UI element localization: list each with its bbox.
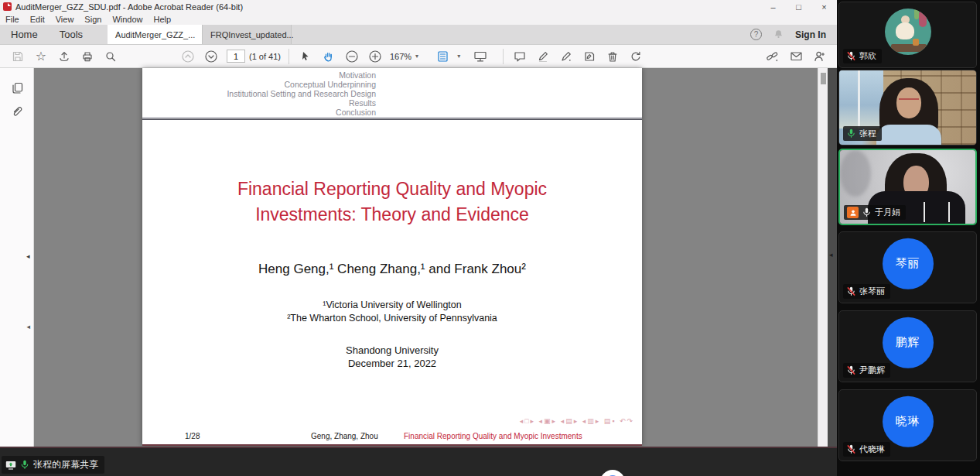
slide-title-line2: Investments: Theory and Evidence [142,202,642,228]
video-background [839,70,883,128]
page-count-label: (1 of 41) [249,52,281,61]
participant-name: 代晓琳 [859,443,885,455]
video-background [858,70,860,128]
acrobat-window: AuditMerger_GZZ_SDU.pdf - Adobe Acrobat … [0,0,837,447]
page-display-icon[interactable] [432,46,455,67]
delete-trash-icon[interactable] [601,46,624,67]
minimize-button[interactable]: – [760,0,786,13]
search-icon[interactable] [99,46,122,67]
share-link-icon[interactable] [761,46,784,67]
previous-page-icon[interactable] [176,46,200,67]
participant-tile[interactable]: 鹏辉 代晓琳 尹鹏辉 [838,310,977,382]
participant-tile[interactable]: 张程 [838,70,977,146]
participant-name: 张琴丽 [859,286,885,297]
bookmark-star-icon[interactable]: ☆ [29,46,53,67]
menu-file[interactable]: File [0,15,25,24]
header-rule [142,117,642,120]
person-silhouette [924,202,925,222]
meeting-screen: AuditMerger_GZZ_SDU.pdf - Adobe Acrobat … [0,0,980,476]
avatar-decor [896,22,914,39]
notification-bell-icon[interactable] [773,29,784,40]
avatar-decor [914,9,919,19]
participant-name: 郭欣 [859,50,876,62]
menu-window[interactable]: Window [107,15,148,24]
email-icon[interactable] [784,46,808,67]
outline-item: Conclusion [142,108,376,117]
slide-title-line1: Financial Reporting Quality and Myopic [142,176,642,202]
menu-help[interactable]: Help [149,15,177,24]
mic-on-icon [20,460,29,470]
tab-document-inactive[interactable]: FRQInvest_updated... [202,25,292,44]
scrollbar-thumb[interactable] [821,73,826,84]
tab-bar: Home Tools AuditMerger_GZZ_... × FRQInve… [0,25,837,45]
tab-tools[interactable]: Tools [49,25,94,44]
menu-view[interactable]: View [50,15,80,24]
rotate-icon[interactable] [624,46,647,67]
participant-tile[interactable]: 郭欣 [838,2,977,68]
attachments-paperclip-icon[interactable] [0,99,34,122]
select-tool-icon[interactable] [294,46,317,67]
tab-document-label: FRQInvest_updated... [210,30,294,39]
sign-in-button[interactable]: Sign In [795,29,826,40]
avatar: 琴丽 [883,238,934,289]
footer-title: Financial Reporting Quality and Myopic I… [404,432,582,440]
close-button[interactable]: × [811,0,837,13]
expand-panel-icon[interactable]: ◂ [829,251,833,259]
tab-document-label: AuditMerger_GZZ_... [115,30,195,39]
hand-tool-icon[interactable] [317,46,340,67]
page-thumbnails-icon[interactable] [0,76,34,99]
participant-tile[interactable]: 晓琳 代晓琳 [838,389,977,461]
slide-affiliations: ¹Victoria University of Wellington ²The … [142,299,642,325]
person-silhouette [876,125,941,145]
title-bar[interactable]: AuditMerger_GZZ_SDU.pdf - Adobe Acrobat … [0,0,837,13]
menu-sign[interactable]: Sign [79,15,107,24]
right-edge-strip: ◂ [828,68,837,447]
beamer-nav-symbols: ◂□▸ ◂▣▸ ◂▤▸ ◂▥▸ ▤▪ ↶↷ [520,417,634,425]
collapse-panel-icon[interactable]: ◂ [26,323,30,330]
sign-pen-icon[interactable] [555,46,578,67]
zoom-in-icon[interactable] [364,46,387,67]
zoom-out-icon[interactable] [340,46,364,67]
menu-edit[interactable]: Edit [25,15,50,24]
help-icon[interactable]: ? [750,29,762,40]
add-user-icon[interactable] [808,46,831,67]
slide-outline: Motivation Conceptual Underpinning Insti… [142,70,376,117]
toolbar: ☆ (1 of 41) [0,45,837,68]
participant-tile-active-speaker[interactable]: 于月娟 [838,149,977,225]
collapse-sidebar-icon[interactable]: ◂ [26,252,30,260]
slide-title: Financial Reporting Quality and Myopic I… [142,176,642,228]
fill-sign-icon[interactable] [578,46,601,67]
mic-muted-icon [846,365,856,375]
vertical-scrollbar[interactable] [818,68,828,447]
screen-share-indicator: 张程的屏幕共享 [2,456,104,474]
avatar-decor [919,10,927,27]
avatar-decor [891,44,927,52]
maximize-button[interactable]: □ [786,0,811,13]
menu-bar: File Edit View Sign Window Help [0,13,837,25]
video-background [840,150,871,197]
highlight-pencil-icon[interactable] [531,46,555,67]
page-number-input[interactable] [227,50,245,63]
share-upload-icon[interactable] [53,46,76,67]
tab-home[interactable]: Home [0,25,49,44]
venue-name: Shandong University [142,344,642,357]
save-icon[interactable] [6,46,29,67]
participant-name: 于月娟 [875,207,900,218]
mic-muted-icon [846,286,856,296]
slide-venue: Shandong University December 21, 2022 [142,344,642,370]
mic-muted-icon [846,444,856,454]
tab-document-active[interactable]: AuditMerger_GZZ_... × [108,25,202,44]
pdf-page[interactable]: Motivation Conceptual Underpinning Insti… [142,68,642,446]
comment-icon[interactable] [508,46,531,67]
mic-muted-icon [846,51,856,61]
meeting-float-button[interactable] [600,470,625,476]
page-display-dropdown-icon[interactable]: ▾ [457,53,460,60]
document-area: ◂ Motivation Conceptual Underpinning Ins… [0,68,837,447]
presentation-mode-icon[interactable] [469,46,492,67]
next-page-icon[interactable] [200,46,223,67]
print-icon[interactable] [76,46,99,67]
zoom-dropdown-icon[interactable]: ▾ [415,53,418,60]
venue-date: December 21, 2022 [142,357,642,370]
outline-item: Conceptual Underpinning [142,80,376,89]
participant-tile[interactable]: 琴丽 张琴丽 [838,231,977,303]
